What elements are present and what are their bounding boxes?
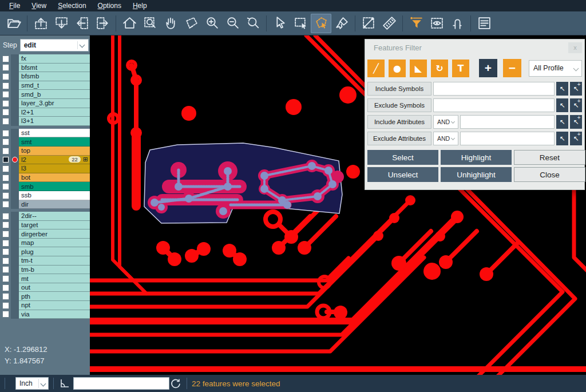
layer-label[interactable]: via [19,310,90,319]
dialog-close-button[interactable]: x [568,42,582,53]
layer-label[interactable]: dirgerber [19,229,90,239]
layer-work-column[interactable] [11,99,19,108]
layer-label[interactable]: target [19,221,90,230]
layer-work-column[interactable] [11,164,19,173]
layer-row[interactable]: smd_t [0,81,90,90]
layer-visibility-checkbox[interactable] [0,81,11,90]
reset-button[interactable]: Reset [514,150,585,165]
pick-add-from-canvas-button[interactable]: ↖+ [570,115,582,129]
filter-row-label-button[interactable]: Include Symbols [367,82,431,96]
layer-label[interactable]: fx [19,54,90,64]
layer-work-column[interactable] [11,72,19,81]
menu-item[interactable]: Selection [52,1,92,11]
layer-visibility-checkbox[interactable] [0,117,11,126]
pick-from-canvas-button[interactable]: ↖ [556,132,568,145]
shift-left-button[interactable] [72,14,92,33]
layer-work-column[interactable] [11,173,19,183]
layer-work-column[interactable] [11,301,19,310]
select-polygon-button[interactable] [311,14,331,33]
layer-work-column[interactable] [11,274,19,283]
menu-item[interactable]: Options [92,1,127,11]
layer-row[interactable]: ssb [0,191,90,200]
layer-label[interactable]: tm-b [19,266,90,275]
zoom-in-button[interactable] [201,14,222,33]
layer-work-column[interactable] [11,310,19,319]
feature-type-button[interactable]: ◣ [410,60,427,77]
menu-item[interactable]: File [3,1,26,11]
layer-visibility-checkbox[interactable] [0,129,11,138]
pick-from-canvas-button[interactable]: ↖ [556,82,568,96]
feature-type-button[interactable]: ╱ [367,60,385,77]
filter-value-input[interactable] [433,82,555,96]
view-options-button[interactable] [426,14,447,33]
layer-row[interactable]: sst [0,129,90,138]
layer-label[interactable]: 2dir-- [19,212,90,221]
layer-visibility-checkbox[interactable] [0,90,11,99]
step-dropdown-arrow[interactable] [77,41,86,49]
layer-label[interactable]: sst [19,129,90,138]
select-button[interactable]: Select [367,150,438,165]
layer-row[interactable]: target [0,221,90,230]
layer-row[interactable]: smd_b [0,90,90,99]
filter-value-input[interactable] [460,132,555,145]
unhighlight-button[interactable]: Unhighlight [441,167,512,182]
layer-visibility-checkbox[interactable] [0,156,11,165]
layer-row[interactable]: fx [0,54,90,64]
layer-label[interactable]: smb [19,182,90,191]
layer-row[interactable]: l3 [0,164,90,173]
layer-visibility-checkbox[interactable] [0,283,11,292]
layer-row[interactable]: pth [0,292,90,301]
layer-work-column[interactable] [11,117,19,126]
layer-label[interactable]: bfsmt [19,64,90,73]
feature-type-button[interactable]: ● [389,60,406,77]
menu-item[interactable]: View [26,1,52,11]
highlight-button[interactable]: Highlight [441,150,512,165]
layer-label[interactable]: bfsmb [19,72,90,81]
select-rectangle-button[interactable] [290,14,311,33]
layer-visibility-checkbox[interactable] [0,221,11,230]
snap-magnet-button[interactable] [447,14,468,33]
layer-work-column[interactable] [11,266,19,275]
layer-label[interactable]: l3 [19,164,90,173]
command-input[interactable] [73,377,169,390]
layer-visibility-checkbox[interactable] [0,212,11,221]
shift-up-button[interactable] [30,14,51,33]
pick-from-canvas-button[interactable]: ↖ [556,115,568,129]
layer-visibility-checkbox[interactable] [0,274,11,283]
layer-work-column[interactable] [11,137,19,146]
close-button[interactable]: Close [514,167,585,182]
layer-work-column[interactable] [11,156,19,165]
layer-row[interactable]: npt [0,301,90,310]
layer-row[interactable]: bfsmt [0,64,90,73]
layer-row[interactable]: smt [0,137,90,146]
layer-visibility-checkbox[interactable] [0,292,11,301]
layer-work-column[interactable] [11,212,19,221]
layer-row[interactable]: top [0,146,90,156]
add-filter-button[interactable]: + [479,59,497,77]
feature-type-button[interactable]: T [452,60,469,77]
layer-work-column[interactable] [11,54,19,64]
layer-row[interactable]: l3+1 [0,117,90,126]
layer-visibility-checkbox[interactable] [0,108,11,117]
layer-visibility-checkbox[interactable] [0,239,11,248]
zoom-window-button[interactable] [140,14,160,33]
layer-visibility-checkbox[interactable] [0,247,11,256]
layer-row[interactable]: mt [0,274,90,283]
layer-visibility-checkbox[interactable] [0,200,11,209]
layer-visibility-checkbox[interactable] [0,229,11,239]
layer-work-column[interactable] [11,108,19,117]
layer-visibility-checkbox[interactable] [0,99,11,108]
layer-row[interactable]: map [0,239,90,248]
unselect-button[interactable]: Unselect [367,167,438,182]
step-dropdown[interactable]: edit [20,39,89,52]
layer-visibility-checkbox[interactable] [0,301,11,310]
layer-row[interactable]: dir [0,200,90,209]
and-or-dropdown[interactable]: AND [433,132,458,145]
layer-work-column[interactable] [11,229,19,239]
layer-label[interactable]: l2 22 ⊞ [19,156,90,165]
layer-label[interactable]: smd_b [19,90,90,99]
angle-measure-icon[interactable] [58,377,71,390]
layer-label[interactable]: mt [19,274,90,283]
zoom-polygon-button[interactable] [181,14,201,33]
and-or-dropdown[interactable]: AND [433,115,458,129]
